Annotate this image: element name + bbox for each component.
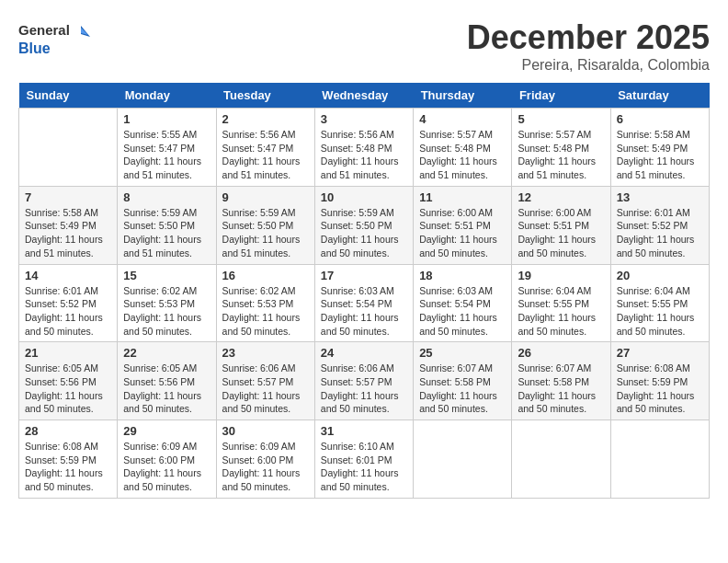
day-number: 2 (222, 112, 309, 126)
calendar-cell: 30Sunrise: 6:09 AM Sunset: 6:00 PM Dayli… (216, 420, 314, 499)
cell-content: Sunrise: 6:02 AM Sunset: 5:53 PM Dayligh… (222, 284, 309, 339)
day-number: 12 (518, 190, 604, 204)
calendar-cell: 5Sunrise: 5:57 AM Sunset: 5:48 PM Daylig… (512, 109, 610, 187)
calendar-cell: 26Sunrise: 6:07 AM Sunset: 5:58 PM Dayli… (512, 342, 610, 420)
calendar-cell: 19Sunrise: 6:04 AM Sunset: 5:55 PM Dayli… (512, 264, 610, 342)
cell-content: Sunrise: 5:56 AM Sunset: 5:48 PM Dayligh… (321, 128, 407, 182)
day-number: 11 (419, 190, 506, 204)
day-of-week-header: Sunday (19, 83, 118, 109)
cell-content: Sunrise: 6:07 AM Sunset: 5:58 PM Dayligh… (419, 362, 506, 416)
day-number: 6 (617, 112, 703, 126)
day-number: 21 (25, 346, 111, 360)
cell-content: Sunrise: 6:10 AM Sunset: 6:01 PM Dayligh… (321, 440, 407, 494)
calendar-cell: 21Sunrise: 6:05 AM Sunset: 5:56 PM Dayli… (19, 342, 118, 420)
calendar-cell: 17Sunrise: 6:03 AM Sunset: 5:54 PM Dayli… (314, 264, 413, 342)
calendar-cell: 7Sunrise: 5:58 AM Sunset: 5:49 PM Daylig… (19, 186, 118, 264)
day-number: 29 (123, 424, 210, 438)
cell-content: Sunrise: 5:59 AM Sunset: 5:50 PM Dayligh… (123, 206, 210, 260)
calendar-week-row: 21Sunrise: 6:05 AM Sunset: 5:56 PM Dayli… (19, 342, 710, 420)
day-of-week-header: Thursday (414, 83, 512, 109)
calendar-cell: 28Sunrise: 6:08 AM Sunset: 5:59 PM Dayli… (19, 420, 118, 499)
day-number: 8 (123, 190, 210, 204)
calendar-cell: 29Sunrise: 6:09 AM Sunset: 6:00 PM Dayli… (118, 420, 216, 499)
day-number: 1 (123, 112, 210, 126)
cell-content: Sunrise: 6:08 AM Sunset: 5:59 PM Dayligh… (617, 362, 703, 416)
cell-content: Sunrise: 5:59 AM Sunset: 5:50 PM Dayligh… (222, 206, 309, 260)
calendar-table: SundayMondayTuesdayWednesdayThursdayFrid… (18, 83, 710, 499)
day-of-week-header: Monday (118, 83, 216, 109)
cell-content: Sunrise: 5:59 AM Sunset: 5:50 PM Dayligh… (321, 206, 407, 260)
calendar-cell: 3Sunrise: 5:56 AM Sunset: 5:48 PM Daylig… (314, 109, 413, 187)
cell-content: Sunrise: 5:55 AM Sunset: 5:47 PM Dayligh… (123, 128, 210, 182)
day-number: 22 (123, 346, 210, 360)
day-of-week-header: Friday (512, 83, 610, 109)
calendar-cell: 16Sunrise: 6:02 AM Sunset: 5:53 PM Dayli… (216, 264, 314, 342)
day-of-week-header: Tuesday (216, 83, 314, 109)
cell-content: Sunrise: 6:05 AM Sunset: 5:56 PM Dayligh… (123, 362, 210, 416)
day-number: 20 (617, 269, 703, 282)
calendar-cell: 27Sunrise: 6:08 AM Sunset: 5:59 PM Dayli… (610, 342, 709, 420)
calendar-cell (512, 420, 610, 499)
day-number: 15 (123, 269, 210, 282)
day-number: 5 (518, 112, 604, 126)
day-number: 24 (321, 346, 407, 360)
svg-text:General: General (18, 22, 70, 38)
svg-text:Blue: Blue (18, 40, 51, 56)
calendar-body: 1Sunrise: 5:55 AM Sunset: 5:47 PM Daylig… (19, 109, 710, 499)
calendar-cell: 14Sunrise: 6:01 AM Sunset: 5:52 PM Dayli… (19, 264, 118, 342)
cell-content: Sunrise: 6:07 AM Sunset: 5:58 PM Dayligh… (518, 362, 604, 416)
cell-content: Sunrise: 5:56 AM Sunset: 5:47 PM Dayligh… (222, 128, 309, 182)
day-number: 28 (25, 424, 111, 438)
calendar-cell: 8Sunrise: 5:59 AM Sunset: 5:50 PM Daylig… (118, 186, 216, 264)
cell-content: Sunrise: 5:58 AM Sunset: 5:49 PM Dayligh… (617, 128, 703, 182)
day-number: 17 (321, 269, 407, 282)
day-number: 3 (321, 112, 407, 126)
calendar-cell: 25Sunrise: 6:07 AM Sunset: 5:58 PM Dayli… (414, 342, 512, 420)
day-number: 16 (222, 269, 309, 282)
day-number: 9 (222, 190, 309, 204)
calendar-week-row: 14Sunrise: 6:01 AM Sunset: 5:52 PM Dayli… (19, 264, 710, 342)
day-number: 19 (518, 269, 604, 282)
calendar-cell: 11Sunrise: 6:00 AM Sunset: 5:51 PM Dayli… (414, 186, 512, 264)
day-number: 26 (518, 346, 604, 360)
calendar-cell: 24Sunrise: 6:06 AM Sunset: 5:57 PM Dayli… (314, 342, 413, 420)
cell-content: Sunrise: 6:06 AM Sunset: 5:57 PM Dayligh… (321, 362, 407, 416)
calendar-week-row: 28Sunrise: 6:08 AM Sunset: 5:59 PM Dayli… (19, 420, 710, 499)
logo: General Blue (18, 18, 92, 60)
calendar-cell: 12Sunrise: 6:00 AM Sunset: 5:51 PM Dayli… (512, 186, 610, 264)
page-header: General Blue December 2025 Pereira, Risa… (18, 18, 710, 74)
day-of-week-header: Wednesday (314, 83, 413, 109)
calendar-cell: 22Sunrise: 6:05 AM Sunset: 5:56 PM Dayli… (118, 342, 216, 420)
day-number: 31 (321, 424, 407, 438)
cell-content: Sunrise: 6:03 AM Sunset: 5:54 PM Dayligh… (321, 284, 407, 339)
cell-content: Sunrise: 6:09 AM Sunset: 6:00 PM Dayligh… (222, 440, 309, 494)
calendar-header-row: SundayMondayTuesdayWednesdayThursdayFrid… (19, 83, 710, 109)
calendar-cell: 9Sunrise: 5:59 AM Sunset: 5:50 PM Daylig… (216, 186, 314, 264)
day-of-week-header: Saturday (610, 83, 709, 109)
cell-content: Sunrise: 6:04 AM Sunset: 5:55 PM Dayligh… (617, 284, 703, 339)
day-number: 7 (25, 190, 111, 204)
calendar-cell: 23Sunrise: 6:06 AM Sunset: 5:57 PM Dayli… (216, 342, 314, 420)
calendar-cell: 6Sunrise: 5:58 AM Sunset: 5:49 PM Daylig… (610, 109, 709, 187)
cell-content: Sunrise: 6:06 AM Sunset: 5:57 PM Dayligh… (222, 362, 309, 416)
day-number: 25 (419, 346, 506, 360)
calendar-week-row: 7Sunrise: 5:58 AM Sunset: 5:49 PM Daylig… (19, 186, 710, 264)
day-number: 23 (222, 346, 309, 360)
cell-content: Sunrise: 6:05 AM Sunset: 5:56 PM Dayligh… (25, 362, 111, 416)
calendar-cell: 4Sunrise: 5:57 AM Sunset: 5:48 PM Daylig… (414, 109, 512, 187)
cell-content: Sunrise: 6:08 AM Sunset: 5:59 PM Dayligh… (25, 440, 111, 494)
calendar-cell: 10Sunrise: 5:59 AM Sunset: 5:50 PM Dayli… (314, 186, 413, 264)
day-number: 10 (321, 190, 407, 204)
month-title: December 2025 (467, 18, 710, 57)
calendar-cell: 18Sunrise: 6:03 AM Sunset: 5:54 PM Dayli… (414, 264, 512, 342)
cell-content: Sunrise: 6:04 AM Sunset: 5:55 PM Dayligh… (518, 284, 604, 339)
day-number: 30 (222, 424, 309, 438)
location-title: Pereira, Risaralda, Colombia (467, 57, 710, 74)
calendar-cell: 13Sunrise: 6:01 AM Sunset: 5:52 PM Dayli… (610, 186, 709, 264)
calendar-cell: 31Sunrise: 6:10 AM Sunset: 6:01 PM Dayli… (314, 420, 413, 499)
logo-svg: General Blue (18, 18, 92, 60)
calendar-cell: 1Sunrise: 5:55 AM Sunset: 5:47 PM Daylig… (118, 109, 216, 187)
cell-content: Sunrise: 6:02 AM Sunset: 5:53 PM Dayligh… (123, 284, 210, 339)
calendar-cell: 20Sunrise: 6:04 AM Sunset: 5:55 PM Dayli… (610, 264, 709, 342)
calendar-cell (610, 420, 709, 499)
